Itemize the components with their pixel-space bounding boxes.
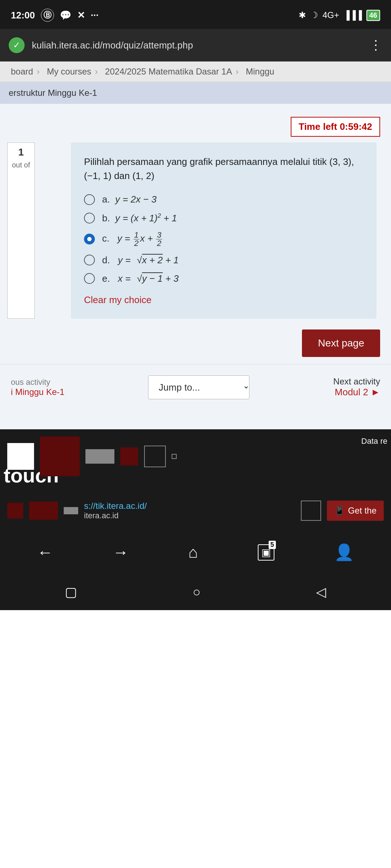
promo-white-box xyxy=(7,443,34,470)
promo-dark-box xyxy=(40,437,80,476)
phone-icon: 📱 xyxy=(334,506,345,516)
question-number: 1 xyxy=(18,146,24,158)
b-icon: Ⓑ xyxy=(41,9,54,22)
breadcrumb-board[interactable]: board xyxy=(7,67,43,77)
breadcrumb-my-courses[interactable]: My courses xyxy=(43,67,101,77)
bluetooth-icon: ✱ xyxy=(299,10,306,20)
option-b[interactable]: b. y = (x + 1)2 + 1 xyxy=(84,212,363,224)
security-shield-icon: ✓ xyxy=(9,37,25,53)
bottom-nav: ← → ⌂ 5 ▣ 👤 xyxy=(0,531,391,574)
radio-c[interactable] xyxy=(84,234,95,244)
next-activity-link[interactable]: Modul 2 ► xyxy=(335,387,380,397)
signal-icon: 4G+ xyxy=(323,10,339,20)
missed-call-icon: ✕ xyxy=(77,10,85,21)
prev-activity: ous activity i Minggu Ke-1 xyxy=(11,378,64,397)
status-right: ✱ ☽ 4G+ ▐▐▐ 46 xyxy=(299,10,380,21)
timer-bar: Time left 0:59:42 xyxy=(0,111,391,142)
home-system-button[interactable]: ○ xyxy=(193,584,201,600)
promo2-itera: itera.ac.id xyxy=(84,511,295,520)
option-e[interactable]: e. x = √y − 1 + 3 xyxy=(84,273,363,284)
option-a-label: a. y = 2x − 3 xyxy=(102,194,156,205)
status-bar: 12:00 Ⓑ 💬 ✕ ··· ✱ ☽ 4G+ ▐▐▐ 46 xyxy=(0,0,391,29)
promo-outline-box xyxy=(144,446,166,467)
url-bar[interactable]: kuliah.itera.ac.id/mod/quiz/attempt.php xyxy=(32,40,362,51)
moon-icon: ☽ xyxy=(310,10,318,20)
option-b-label: b. y = (x + 1)2 + 1 xyxy=(102,212,177,224)
question-row: 1 out of Pilihlah persamaan yang grafik … xyxy=(7,142,384,319)
next-page-button[interactable]: Next page xyxy=(302,329,380,357)
timer-display: Time left 0:59:42 xyxy=(291,117,380,137)
main-content: Time left 0:59:42 1 out of Pilihlah pers… xyxy=(0,104,391,429)
breadcrumb-week[interactable]: Minggu xyxy=(242,67,278,77)
question-number-box: 1 out of xyxy=(7,142,35,319)
breadcrumb2: erstruktur Minggu Ke-1 xyxy=(0,82,391,104)
option-d[interactable]: d. y = √x + 2 + 1 xyxy=(84,255,363,266)
whatsapp-icon: 💬 xyxy=(60,10,71,21)
home-button[interactable]: ⌂ xyxy=(188,543,198,561)
status-left: 12:00 Ⓑ 💬 ✕ ··· xyxy=(11,9,98,22)
promo2-dark-box xyxy=(29,502,58,520)
browser-menu-button[interactable]: ⋮ xyxy=(369,38,382,53)
promo2-small-box xyxy=(7,503,23,519)
option-e-label: e. x = √y − 1 + 3 xyxy=(102,273,178,284)
next-activity-label: Next activity xyxy=(333,376,380,387)
out-of-label: out of xyxy=(12,161,30,169)
option-c-label: c. y = 12x + 32 xyxy=(102,231,163,247)
prev-activity-name[interactable]: i Minggu Ke-1 xyxy=(11,387,64,397)
tabs-count: 5 xyxy=(269,541,276,549)
promo-strip-1: touch Data re xyxy=(0,429,391,491)
options-list: a. y = 2x − 3 b. y = (x + 1)2 + 1 c. xyxy=(84,194,363,284)
option-d-label: d. y = √x + 2 + 1 xyxy=(102,255,178,266)
radio-e[interactable] xyxy=(84,273,95,284)
clear-choice-button[interactable]: Clear my choice xyxy=(84,294,151,306)
option-a[interactable]: a. y = 2x − 3 xyxy=(84,194,363,205)
back-system-button[interactable]: ◁ xyxy=(316,584,326,600)
promo-icons xyxy=(7,437,384,476)
breadcrumb-course[interactable]: 2024/2025 Matematika Dasar 1A xyxy=(101,67,242,77)
radio-d[interactable] xyxy=(84,255,95,265)
question-card: Pilihlah persamaan yang grafik persamaan… xyxy=(71,142,377,319)
radio-a[interactable] xyxy=(84,194,95,205)
option-c[interactable]: c. y = 12x + 32 xyxy=(84,231,363,247)
promo-gray-box xyxy=(85,449,114,464)
promo2-mid-box xyxy=(64,507,78,514)
tabs-button[interactable]: 5 ▣ xyxy=(258,544,274,561)
back-button[interactable]: ← xyxy=(37,543,53,561)
forward-button[interactable]: → xyxy=(113,543,129,561)
promo2-outline-box xyxy=(301,501,321,521)
radio-b[interactable] xyxy=(84,213,95,224)
system-nav: ▢ ○ ◁ xyxy=(0,574,391,610)
next-activity-area: Next activity Modul 2 ► xyxy=(333,376,380,398)
square-button[interactable]: ▢ xyxy=(65,584,77,600)
signal-bars: ▐▐▐ xyxy=(344,10,362,20)
more-icon: ··· xyxy=(91,10,99,21)
jump-to-select[interactable]: Jump to... xyxy=(148,375,249,399)
prev-activity-label: ous activity xyxy=(11,378,64,387)
promo-tiny-box xyxy=(172,454,177,459)
promo2-url[interactable]: s://tik.itera.ac.id/ xyxy=(84,501,295,511)
promo-small-box xyxy=(120,447,138,465)
breadcrumb2-text: erstruktur Minggu Ke-1 xyxy=(9,88,97,98)
battery-indicator: 46 xyxy=(366,10,380,21)
browser-bar: ✓ kuliah.itera.ac.id/mod/quiz/attempt.ph… xyxy=(0,29,391,61)
activity-nav: ous activity i Minggu Ke-1 Jump to... Ne… xyxy=(0,364,391,410)
promo2-text-area: s://tik.itera.ac.id/ itera.ac.id xyxy=(84,501,295,520)
get-the-label: Get the xyxy=(348,506,377,516)
tabs-icon: 5 ▣ xyxy=(258,544,274,561)
profile-button[interactable]: 👤 xyxy=(334,543,354,562)
breadcrumb: board My courses 2024/2025 Matematika Da… xyxy=(0,61,391,82)
question-text: Pilihlah persamaan yang grafik persamaan… xyxy=(84,155,363,183)
get-the-button[interactable]: 📱 Get the xyxy=(327,501,384,521)
time-display: 12:00 xyxy=(11,10,35,21)
next-page-area: Next page xyxy=(0,319,391,364)
promo-strip-2: s://tik.itera.ac.id/ itera.ac.id 📱 Get t… xyxy=(0,491,391,531)
